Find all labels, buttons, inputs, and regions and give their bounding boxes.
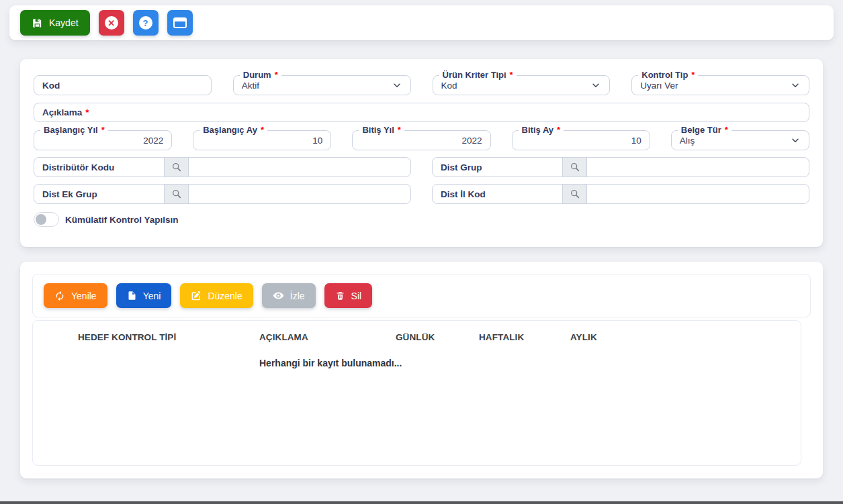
belge-tur-label: Belge Tür*: [678, 125, 731, 136]
new-button-label: Yeni: [143, 291, 161, 301]
urun-kriter-tipi-select[interactable]: Ürün Kriter Tipi* Kod: [433, 75, 611, 95]
save-button-label: Kaydet: [49, 17, 79, 28]
trash-icon: [335, 291, 345, 301]
view-button[interactable]: İzle: [262, 283, 316, 308]
bitis-ay-input[interactable]: [521, 136, 641, 146]
col-gunluk: GÜNLÜK: [396, 332, 479, 342]
question-circle-icon: ?: [139, 16, 152, 30]
records-card: Yenile Yeni Düzenle İzle Sil HEDEF KONTR…: [20, 262, 823, 478]
window-icon: [173, 17, 187, 28]
records-table: HEDEF KONTROL TİPİ AÇIKLAMA GÜNLÜK HAFTA…: [32, 320, 801, 466]
distributor-kodu-value-input[interactable]: [189, 158, 410, 177]
refresh-button[interactable]: Yenile: [44, 283, 107, 308]
kontrol-tip-select[interactable]: Kontrol Tip* Uyarı Ver: [631, 75, 809, 95]
distributor-kodu-group: Distribütör Kodu: [34, 157, 411, 177]
chevron-down-icon: [790, 135, 801, 146]
grid-toolbar-panel: Yenile Yeni Düzenle İzle Sil: [32, 274, 811, 317]
save-icon: [32, 17, 43, 29]
urun-kriter-tipi-label: Ürün Kriter Tipi*: [439, 70, 517, 81]
kumulatif-toggle-label: Kümülatif Kontrol Yapılsın: [65, 215, 179, 225]
dist-grup-label: Dist Grup: [433, 158, 562, 177]
col-aylik: AYLIK: [570, 332, 801, 342]
filter-form-card: Kod Durum* Aktif Ürün Kriter Tipi* Kod K…: [20, 59, 823, 247]
screen: Kaydet ✕ ? Kod Durum* Aktif Ürün Kriter …: [0, 0, 843, 504]
bitis-ay-label: Bitiş Ay*: [519, 125, 564, 136]
refresh-button-label: Yenile: [71, 291, 97, 301]
belge-tur-select[interactable]: Belge Tür* Alış: [671, 130, 809, 150]
dist-il-kod-group: Dist İl Kod: [432, 184, 809, 204]
dist-il-kod-label: Dist İl Kod: [433, 185, 562, 203]
dist-grup-search-button[interactable]: [562, 158, 587, 177]
bitis-yil-field[interactable]: Bitiş Yıl*: [352, 130, 490, 150]
delete-button[interactable]: Sil: [324, 283, 373, 308]
durum-label: Durum*: [240, 70, 281, 81]
eye-icon: [273, 290, 284, 301]
edit-button-label: Düzenle: [208, 291, 242, 301]
baslangic-ay-label: Başlangıç Ay*: [199, 125, 267, 136]
kumulatif-toggle[interactable]: [34, 212, 59, 227]
dist-ek-grup-label: Dist Ek Grup: [34, 185, 164, 203]
table-header-row: HEDEF KONTROL TİPİ AÇIKLAMA GÜNLÜK HAFTA…: [33, 321, 801, 342]
distributor-kodu-label: Distribütör Kodu: [34, 158, 164, 177]
edit-button[interactable]: Düzenle: [180, 283, 253, 308]
bitis-yil-label: Bitiş Yıl*: [359, 125, 404, 136]
kod-field[interactable]: Kod: [34, 75, 212, 95]
search-icon: [171, 162, 182, 172]
belge-tur-value: Alış: [680, 136, 695, 146]
search-icon: [570, 162, 580, 172]
kontrol-tip-value: Uyarı Ver: [640, 81, 678, 91]
window-button[interactable]: [167, 10, 193, 36]
dist-grup-group: Dist Grup: [432, 157, 809, 177]
x-circle-icon: ✕: [105, 16, 118, 30]
save-button[interactable]: Kaydet: [20, 10, 90, 36]
kontrol-tip-label: Kontrol Tip*: [638, 70, 698, 81]
dist-il-kod-search-button[interactable]: [562, 185, 587, 203]
refresh-icon: [54, 291, 65, 301]
search-icon: [171, 189, 182, 199]
dist-ek-grup-value-input[interactable]: [189, 185, 410, 203]
baslangic-yil-input[interactable]: [42, 136, 163, 146]
durum-value: Aktif: [242, 81, 259, 91]
edit-icon: [191, 291, 202, 301]
baslangic-yil-label: Başlangıç Yıl*: [40, 125, 108, 136]
chevron-down-icon: [790, 80, 801, 91]
file-icon: [127, 291, 137, 301]
kumulatif-toggle-row: Kümülatif Kontrol Yapılsın: [34, 212, 809, 227]
cancel-button[interactable]: ✕: [99, 10, 124, 36]
baslangic-yil-field[interactable]: Başlangıç Yıl*: [34, 130, 172, 150]
delete-button-label: Sil: [351, 291, 362, 301]
empty-message: Herhangi bir kayıt bulunamadı...: [259, 358, 801, 368]
col-hedef-kontrol-tipi: HEDEF KONTROL TİPİ: [78, 332, 259, 342]
new-button[interactable]: Yeni: [116, 283, 172, 308]
aciklama-field[interactable]: Açıklama*: [34, 103, 809, 122]
search-icon: [570, 189, 580, 199]
bitis-ay-field[interactable]: Bitiş Ay*: [512, 130, 650, 150]
chevron-down-icon: [590, 80, 601, 91]
view-button-label: İzle: [290, 291, 305, 301]
bitis-yil-input[interactable]: [361, 136, 482, 146]
col-haftalik: HAFTALIK: [479, 332, 570, 342]
dist-ek-grup-search-button[interactable]: [164, 185, 189, 203]
dist-grup-value-input[interactable]: [587, 158, 809, 177]
baslangic-ay-field[interactable]: Başlangıç Ay*: [193, 130, 331, 150]
urun-kriter-tipi-value: Kod: [441, 81, 457, 91]
distributor-kodu-search-button[interactable]: [164, 158, 189, 177]
aciklama-label: Açıklama*: [42, 107, 89, 117]
top-toolbar: Kaydet ✕ ?: [9, 5, 834, 40]
help-button[interactable]: ?: [133, 10, 159, 36]
dist-il-kod-value-input[interactable]: [587, 185, 809, 203]
bottom-bar: [0, 501, 843, 504]
col-aciklama: AÇIKLAMA: [259, 332, 396, 342]
chevron-down-icon: [392, 80, 402, 91]
baslangic-ay-input[interactable]: [202, 136, 322, 146]
toggle-knob: [36, 214, 46, 225]
kod-label: Kod: [42, 81, 60, 91]
durum-select[interactable]: Durum* Aktif: [233, 75, 411, 95]
dist-ek-grup-group: Dist Ek Grup: [34, 184, 411, 204]
